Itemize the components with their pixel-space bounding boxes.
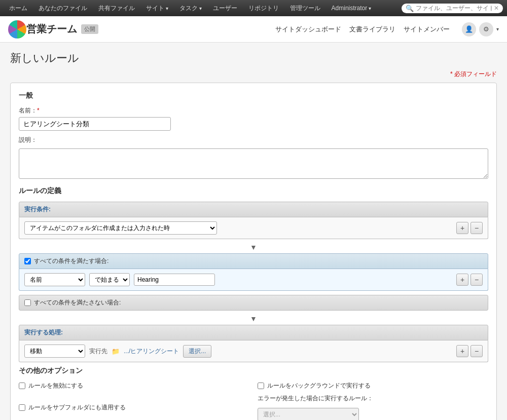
option-error-rule: エラーが発生した場合に実行するルール： 選択...: [258, 394, 488, 420]
execution-action-row: 移動 実行先 📁 .../ヒアリングシート 選択... + −: [24, 345, 483, 358]
background-checkbox[interactable]: [258, 383, 264, 389]
nav-site[interactable]: サイト: [141, 2, 173, 15]
form-panel: 一般 名前：* 説明： ルールの定義 実行条件: アイテムがこ: [10, 83, 497, 420]
name-required-star: *: [37, 107, 40, 114]
top-navigation: ホーム あなたのファイル 共有ファイル サイト タスク ユーザー リポジトリ 管…: [0, 0, 507, 16]
description-textarea[interactable]: [19, 148, 488, 179]
execution-condition-header: 実行条件:: [19, 202, 488, 217]
error-rule-select[interactable]: 選択...: [258, 408, 359, 420]
site-nav-dashboard[interactable]: サイトダッシュボード: [275, 25, 341, 34]
disable-rule-checkbox[interactable]: [19, 383, 25, 389]
rule-definition-section: ルールの定義 実行条件: アイテムがこのフォルダに作成または入力された時 + −: [19, 186, 488, 362]
execution-condition-body: アイテムがこのフォルダに作成または入力された時 + −: [19, 217, 488, 239]
rule-definition-title: ルールの定義: [19, 186, 488, 196]
action-controls: + −: [456, 345, 483, 357]
nav-user[interactable]: ユーザー: [208, 2, 242, 15]
all-conditions-checkbox[interactable]: [24, 258, 31, 264]
destination-label: 実行先: [89, 347, 107, 356]
condition-controls: + −: [456, 274, 483, 286]
folder-icon: 📁: [112, 348, 120, 355]
execution-action-body: 移動 実行先 📁 .../ヒアリングシート 選択... + −: [19, 340, 488, 362]
not-all-conditions-checkbox[interactable]: [24, 299, 31, 306]
search-input[interactable]: [416, 5, 492, 12]
not-all-conditions-section: すべての条件を満たさない場合:: [19, 295, 488, 311]
settings-arrow[interactable]: ▾: [496, 26, 499, 32]
page-title: 新しいルール: [10, 51, 497, 66]
search-icon: 🔍: [406, 5, 414, 12]
arrow-down-1: ▼: [19, 243, 488, 251]
all-conditions-section: すべての条件を満たす場合: 名前 で始まる + −: [19, 253, 488, 291]
destination-path: .../ヒアリングシート: [124, 347, 179, 356]
user-profile-icon[interactable]: 👤: [462, 22, 476, 36]
all-conditions-label: すべての条件を満たす場合:: [34, 257, 108, 265]
site-navigation: サイトダッシュボード 文書ライブラリ サイトメンバー 👤 ⚙ ▾: [275, 22, 499, 36]
error-rule-label: エラーが発生した場合に実行するルール：: [258, 394, 373, 403]
other-options-section: その他のオプション ルールを無効にする ルールをバックグラウンドで実行する ルー…: [19, 366, 488, 420]
execution-condition-add-button[interactable]: +: [456, 222, 468, 234]
condition-operator-select[interactable]: で始まる: [89, 273, 130, 286]
site-logo: [8, 20, 26, 39]
name-label: 名前：*: [19, 106, 488, 115]
site-title: 営業チーム: [26, 22, 77, 36]
site-header: 営業チーム 公開 サイトダッシュボード 文書ライブラリ サイトメンバー 👤 ⚙ …: [0, 16, 507, 43]
nav-your-files[interactable]: あなたのファイル: [33, 2, 92, 15]
nav-repository[interactable]: リポジトリ: [243, 2, 284, 15]
action-remove-button[interactable]: −: [470, 345, 483, 357]
site-nav-members[interactable]: サイトメンバー: [404, 25, 450, 34]
site-nav-document-library[interactable]: 文書ライブラリ: [349, 25, 395, 34]
option-subfolders: ルールをサブフォルダにも適用する: [19, 394, 249, 420]
condition-remove-button[interactable]: −: [470, 274, 483, 286]
site-visibility-badge: 公開: [81, 24, 98, 34]
close-icon[interactable]: ✕: [494, 5, 499, 12]
required-star: * 必須フィールド: [450, 70, 497, 78]
execution-condition-row: アイテムがこのフォルダに作成または入力された時 + −: [24, 221, 483, 235]
all-conditions-body: 名前 で始まる + −: [19, 269, 488, 291]
nav-admin-tools[interactable]: 管理ツール: [285, 2, 325, 15]
name-input[interactable]: [19, 117, 171, 131]
action-add-button[interactable]: +: [456, 345, 468, 357]
search-box: 🔍 ✕: [402, 4, 503, 13]
choose-destination-button[interactable]: 選択...: [183, 345, 211, 358]
execution-condition-remove-button[interactable]: −: [470, 222, 483, 234]
execution-condition-select[interactable]: アイテムがこのフォルダに作成または入力された時: [24, 221, 217, 235]
description-field-group: 説明：: [19, 136, 488, 180]
condition-value-input[interactable]: [134, 274, 215, 286]
all-conditions-header: すべての条件を満たす場合:: [19, 253, 488, 269]
name-field-group: 名前：*: [19, 106, 488, 131]
option-disable-rule: ルールを無効にする: [19, 381, 249, 390]
general-section-title: 一般: [19, 91, 488, 100]
main-content: 新しいルール * 必須フィールド 一般 名前：* 説明： ルールの定義 実行条件…: [0, 43, 507, 420]
not-all-conditions-header: すべての条件を満たさない場合:: [19, 295, 488, 311]
arrow-down-2: ▼: [19, 315, 488, 323]
background-label: ルールをバックグラウンドで実行する: [267, 381, 371, 390]
description-label: 説明：: [19, 136, 488, 144]
required-note: * 必須フィールド: [10, 70, 497, 79]
subfolders-label: ルールをサブフォルダにも適用する: [28, 403, 126, 412]
nav-shared-files[interactable]: 共有ファイル: [93, 2, 140, 15]
not-all-conditions-label: すべての条件を満たさない場合:: [34, 298, 121, 307]
options-grid: ルールを無効にする ルールをバックグラウンドで実行する ルールをサブフォルダにも…: [19, 381, 488, 420]
nav-administrator[interactable]: Administrator: [327, 3, 376, 14]
settings-icon[interactable]: ⚙: [479, 22, 493, 36]
execution-action-header: 実行する処理:: [19, 325, 488, 340]
disable-rule-label: ルールを無効にする: [28, 381, 83, 390]
action-type-select[interactable]: 移動: [24, 345, 85, 358]
execution-action-section: 実行する処理: 移動 実行先 📁 .../ヒアリングシート 選択... + −: [19, 325, 488, 362]
nav-home[interactable]: ホーム: [4, 2, 32, 15]
condition-name-select[interactable]: 名前: [24, 273, 85, 286]
option-background: ルールをバックグラウンドで実行する: [258, 381, 488, 390]
condition-add-button[interactable]: +: [456, 274, 468, 286]
execution-condition-controls: + −: [456, 222, 483, 234]
condition-row: 名前 で始まる + −: [24, 273, 483, 286]
other-options-title: その他のオプション: [19, 366, 488, 375]
execution-condition-section: 実行条件: アイテムがこのフォルダに作成または入力された時 + −: [19, 202, 488, 239]
subfolders-checkbox[interactable]: [19, 404, 25, 411]
nav-task[interactable]: タスク: [174, 2, 207, 15]
site-nav-icons: 👤 ⚙ ▾: [462, 22, 499, 36]
